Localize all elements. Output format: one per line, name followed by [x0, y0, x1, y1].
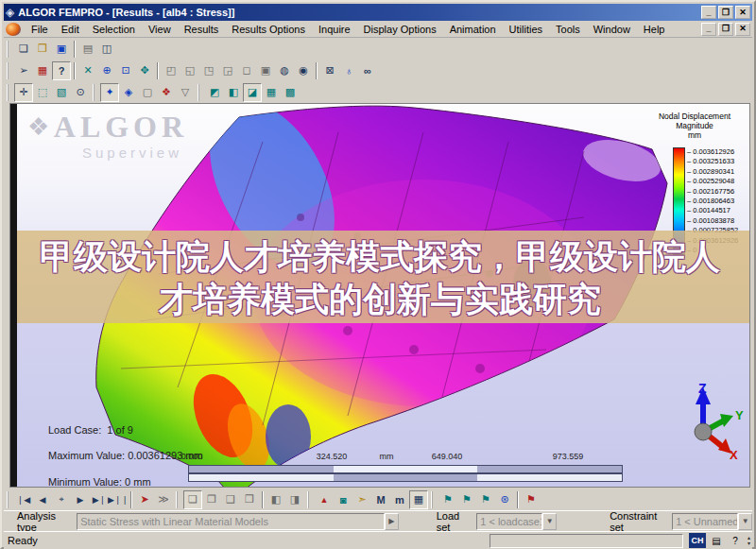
print-icon[interactable]: ▤	[78, 40, 97, 59]
menu-item-inquire[interactable]: Inquire	[312, 23, 357, 36]
zoom-extents-icon[interactable]: ✕	[78, 61, 97, 80]
minimize-button[interactable]: _	[701, 6, 716, 19]
child-minimize-button[interactable]: _	[701, 23, 716, 36]
results-viewport[interactable]: ❖ ALGOR Superview	[9, 103, 750, 488]
analysis-type-field[interactable]: Static Stress with Linear Material Model…	[77, 513, 385, 530]
toolbar-grip[interactable]	[176, 491, 180, 508]
new-file-icon[interactable]: ❏	[14, 40, 33, 59]
measure-path-icon[interactable]: ⚑	[476, 490, 495, 509]
probe-max-icon[interactable]: ▲	[315, 490, 334, 509]
presentation-view3-icon[interactable]: ❑	[221, 490, 240, 509]
view-front-icon[interactable]: ◰	[162, 61, 180, 80]
toolbar-grip[interactable]	[431, 491, 436, 508]
window-info-icon[interactable]: ▦	[33, 61, 52, 80]
toolbar-grip[interactable]	[7, 62, 11, 79]
section-prev-icon[interactable]: ◧	[266, 490, 285, 509]
mesh-edges-icon[interactable]: ▦	[262, 83, 281, 102]
child-close-button[interactable]: ✕	[735, 23, 750, 36]
mesh-shaded-icon[interactable]: ◩	[205, 83, 224, 102]
ime-indicator[interactable]: CH	[689, 533, 706, 548]
measure-options-icon[interactable]: ⊛	[495, 490, 514, 509]
mesh-hidden-line-icon[interactable]: ◪	[243, 83, 262, 102]
toolbar-grip[interactable]	[93, 84, 97, 101]
select-surfaces-icon[interactable]: ◈	[119, 83, 138, 102]
anim-prev-icon[interactable]: ◀	[33, 490, 52, 509]
anim-next-icon[interactable]: ▶	[71, 490, 90, 509]
toolbar-grip[interactable]	[7, 491, 11, 508]
measure-angle-icon[interactable]: ⚑	[457, 490, 476, 509]
presentation-view2-icon[interactable]: ❐	[202, 490, 221, 509]
constraint-set-select[interactable]: 1 < Unnamed >	[672, 513, 738, 530]
globe-icon[interactable]: ♁	[339, 61, 358, 80]
menu-item-display-options[interactable]: Display Options	[357, 23, 443, 36]
show-minimum-icon[interactable]: m	[390, 490, 409, 509]
enclose-icon[interactable]: ⊠	[320, 61, 339, 80]
annotate-icon[interactable]: ➣	[352, 490, 371, 509]
view-bottom-icon[interactable]: ◲	[218, 61, 237, 80]
view-right-icon[interactable]: ▣	[256, 61, 275, 80]
anim-current-frame-icon[interactable]: ⌖	[52, 490, 71, 509]
toolbar-grip[interactable]	[198, 84, 202, 101]
report-icon[interactable]: ▦	[409, 490, 428, 509]
analysis-type-arrow-button[interactable]: ▶	[385, 513, 399, 530]
save-icon[interactable]: ▣	[52, 40, 71, 59]
menu-item-help[interactable]: Help	[637, 23, 672, 36]
start-animation-icon[interactable]: ➤	[135, 490, 154, 509]
menu-item-animation[interactable]: Animation	[443, 23, 503, 36]
mesh-transparent-icon[interactable]: ▩	[281, 83, 300, 102]
anim-last-icon[interactable]: ▶❘	[90, 490, 109, 509]
view-back-icon[interactable]: ◱	[180, 61, 199, 80]
anim-first-icon[interactable]: ❘◀	[14, 490, 33, 509]
load-set-select[interactable]: 1 < loadcase1 >	[476, 513, 542, 530]
open-file-icon[interactable]: ❒	[33, 40, 52, 59]
toolbar-grip[interactable]	[307, 491, 312, 508]
context-help-icon[interactable]: ➢	[14, 61, 33, 80]
mesh-wireframe-icon[interactable]: ◧	[224, 83, 243, 102]
view-top-icon[interactable]: ◳	[199, 61, 218, 80]
find-icon[interactable]: ∞	[358, 61, 377, 80]
restore-button[interactable]: ❐	[718, 6, 733, 19]
close-button[interactable]: ✕	[735, 6, 750, 19]
snapshot-icon[interactable]: ◙	[334, 490, 352, 509]
zoom-window-icon[interactable]: ⊡	[116, 61, 135, 80]
menu-item-results[interactable]: Results	[178, 23, 226, 36]
menu-item-results-options[interactable]: Results Options	[225, 23, 312, 36]
help-status-icon[interactable]: ?	[727, 533, 744, 548]
toolbar-grip[interactable]	[7, 41, 11, 58]
child-restore-button[interactable]: ❐	[718, 23, 733, 36]
load-set-dropdown-button[interactable]: ▼	[542, 513, 557, 530]
toolbar-grip[interactable]	[7, 84, 11, 101]
print-preview-icon[interactable]: ◫	[97, 40, 116, 59]
zoom-in-icon[interactable]: ⊕	[97, 61, 116, 80]
menu-item-edit[interactable]: Edit	[55, 23, 86, 36]
measure-distance-icon[interactable]: ⚑	[438, 490, 457, 509]
menu-item-view[interactable]: View	[142, 23, 178, 36]
show-maximum-icon[interactable]: M	[371, 490, 390, 509]
menu-item-utilities[interactable]: Utilities	[503, 23, 549, 36]
section-next-icon[interactable]: ◨	[285, 490, 304, 509]
select-vertices-icon[interactable]: ✦	[100, 83, 119, 102]
select-parts-icon[interactable]: ▢	[138, 83, 157, 102]
select-nodes-icon[interactable]: ❖	[157, 83, 176, 102]
select-polygon-icon[interactable]: ▧	[52, 83, 71, 102]
view-iso-icon[interactable]: ◍	[275, 61, 294, 80]
presentation-view1-icon[interactable]: ❏	[183, 490, 202, 509]
presentation-view4-icon[interactable]: ❒	[240, 490, 259, 509]
select-circle-icon[interactable]: ⊙	[71, 83, 90, 102]
menu-item-selection[interactable]: Selection	[86, 23, 142, 36]
menu-item-window[interactable]: Window	[587, 23, 637, 36]
view-left-icon[interactable]: ◻	[237, 61, 256, 80]
status-spinner[interactable]: ▴ ▾	[747, 535, 750, 546]
selection-filter-icon[interactable]: ▽	[176, 83, 195, 102]
view-custom-icon[interactable]: ◉	[294, 61, 313, 80]
select-rectangle-icon[interactable]: ⬚	[33, 83, 52, 102]
inquire-results-icon[interactable]: ⚑	[522, 490, 541, 509]
constraint-set-dropdown-button[interactable]: ▼	[738, 513, 752, 530]
menu-item-tools[interactable]: Tools	[549, 23, 587, 36]
pan-icon[interactable]: ✥	[135, 61, 154, 80]
anim-end-icon[interactable]: ▶❘❘	[109, 490, 128, 509]
whats-this-icon[interactable]: ?	[52, 61, 71, 80]
select-point-icon[interactable]: ✛	[14, 83, 33, 102]
menu-item-file[interactable]: File	[25, 23, 55, 36]
fast-forward-icon[interactable]: ≫	[154, 490, 173, 509]
